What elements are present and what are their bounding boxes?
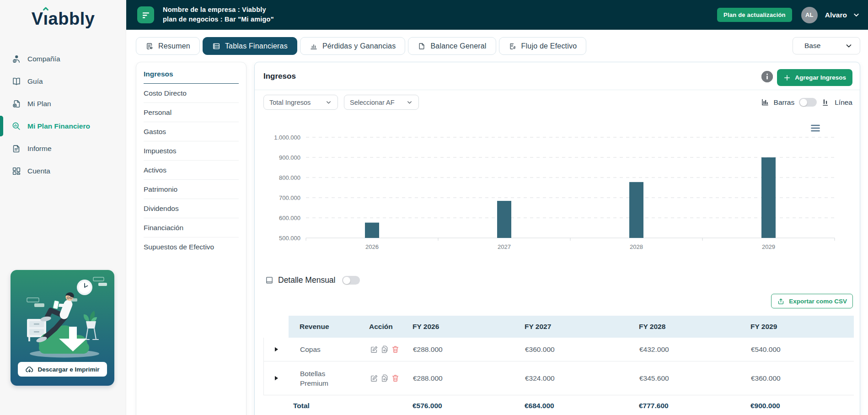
tab-flujo-de-efectivo[interactable]: Flujo de Efectivo xyxy=(499,37,587,55)
metric-select-value: Total Ingresos xyxy=(269,99,311,106)
tab-label: Flujo de Efectivo xyxy=(521,42,577,50)
info-icon[interactable] xyxy=(761,71,773,82)
subnav-item-impuestos[interactable]: Impuestos xyxy=(144,141,239,161)
promo-illustration xyxy=(11,270,114,364)
ingresos-panel: Ingresos Agregar Ingresos Total Ingresos… xyxy=(254,62,860,415)
sidebar-item-label: Informe xyxy=(27,145,52,153)
expand-row-button[interactable] xyxy=(273,345,280,354)
file-icon xyxy=(418,42,426,50)
user-avatar[interactable]: AL xyxy=(801,7,818,23)
sidebar-item-label: Compañía xyxy=(27,55,60,63)
subnav-item-costo-directo[interactable]: Costo Directo xyxy=(144,84,239,103)
column-header: FY 2027 xyxy=(525,316,639,338)
plan-title: Nombre de la empresa : Viabbly plan de n… xyxy=(163,5,274,24)
tab-tablas-financieras[interactable]: Tablas Financieras xyxy=(203,37,297,55)
revenue-value: €432.000 xyxy=(639,345,751,354)
edit-icon[interactable] xyxy=(370,374,379,383)
scenario-select-value: Base xyxy=(804,42,820,50)
column-header: FY 2029 xyxy=(750,316,854,338)
delete-icon[interactable] xyxy=(391,345,400,354)
y-axis-label: 800.000 xyxy=(279,174,300,181)
add-ingresos-button[interactable]: Agregar Ingresos xyxy=(777,69,852,86)
chart-context-menu-icon[interactable] xyxy=(811,124,820,132)
revenue-value: €360.000 xyxy=(751,374,854,383)
revenue-name: Botellas Premium xyxy=(289,369,339,388)
sidebar-item-cuenta[interactable]: Cuenta xyxy=(0,160,126,182)
bar-2029[interactable] xyxy=(761,157,776,238)
column-header: FY 2026 xyxy=(413,316,525,338)
monthly-detail-toggle[interactable] xyxy=(342,276,360,285)
user-menu-chevron-icon[interactable] xyxy=(852,11,860,19)
sidebar-item-compania[interactable]: Compañía xyxy=(0,48,126,70)
total-value: €576.000 xyxy=(413,402,525,410)
sidebar-item-guia[interactable]: Guía xyxy=(0,70,126,92)
sidebar-item-mi-plan[interactable]: Mi Plan xyxy=(0,92,126,115)
logo-letter-i: ı xyxy=(43,9,48,28)
plus-icon xyxy=(783,74,791,81)
fiscal-year-select[interactable]: Seleccionar AF xyxy=(344,95,419,110)
x-axis-label: 2027 xyxy=(498,243,511,250)
edit-icon[interactable] xyxy=(370,345,379,354)
export-csv-button[interactable]: Exportar como CSV xyxy=(771,294,853,308)
upgrade-plan-button[interactable]: Plan de actualización xyxy=(717,8,792,22)
bar-2026[interactable] xyxy=(365,223,379,238)
monthly-detail-icon xyxy=(265,276,274,285)
subnav-item-gastos[interactable]: Gastos xyxy=(144,122,239,141)
tab-balance-general[interactable]: Balance General xyxy=(408,37,496,55)
y-axis-label: 900.000 xyxy=(279,154,300,161)
topbar-right: Plan de actualización AL Alvaro xyxy=(717,0,860,30)
bar-2027[interactable] xyxy=(497,201,511,238)
topbar: Nombre de la empresa : Viabbly plan de n… xyxy=(126,0,868,30)
subnav-item-personal[interactable]: Personal xyxy=(144,103,239,122)
duplicate-icon[interactable] xyxy=(380,345,389,354)
revenue-value: €345.600 xyxy=(639,374,751,383)
subnav-item-dividendos[interactable]: Dividendos xyxy=(144,199,239,218)
subnav-item-supuestos-de-efectivo[interactable]: Supuestos de Efectivo xyxy=(144,237,239,257)
download-print-button[interactable]: Descargar e Imprimir xyxy=(18,362,107,377)
x-axis-label: 2026 xyxy=(365,243,379,250)
sidebar-item-label: Guía xyxy=(27,77,43,86)
scenario-select[interactable]: Base xyxy=(793,37,860,54)
bar-2028[interactable] xyxy=(629,182,643,238)
sidebar-item-label: Mi Plan Financiero xyxy=(27,122,90,130)
dashboard-grid-icon xyxy=(11,166,21,176)
tab-perdidas-y-ganancias[interactable]: Pérdidas y Ganancias xyxy=(300,37,406,55)
bars-mode-icon xyxy=(761,98,769,107)
revenue-value: €324.000 xyxy=(525,374,639,383)
add-ingresos-label: Agregar Ingresos xyxy=(795,74,846,81)
report-icon xyxy=(11,144,21,154)
revenue-value: €288.000 xyxy=(413,345,525,354)
expand-row-button[interactable] xyxy=(273,374,280,383)
sidebar: Vıabbly Compañía Guía xyxy=(0,0,126,415)
bar-chart-icon xyxy=(310,42,318,50)
subnav-item-activos[interactable]: Activos xyxy=(144,161,239,180)
tabbar: Resumen Tablas Financieras Pérdidas y Ga… xyxy=(126,30,868,62)
y-axis-label: 700.000 xyxy=(279,194,300,201)
y-axis-label: 500.000 xyxy=(279,235,300,242)
sidebar-item-informe[interactable]: Informe xyxy=(0,137,126,160)
delete-icon[interactable] xyxy=(391,374,400,383)
table-header-row: Revenue Acción FY 2026 FY 2027 FY 2028 F… xyxy=(263,316,854,338)
file-flow-icon xyxy=(509,42,517,50)
duplicate-icon[interactable] xyxy=(380,374,389,383)
column-header: Revenue xyxy=(289,316,369,338)
company-tile-icon xyxy=(137,6,154,23)
chart-mode-toggle[interactable] xyxy=(799,98,817,107)
metric-select[interactable]: Total Ingresos xyxy=(263,95,338,110)
subnav-item-patrimonio[interactable]: Patrimonio xyxy=(144,180,239,199)
sidebar-item-mi-plan-financiero[interactable]: Mi Plan Financiero xyxy=(0,115,126,137)
summary-doc-icon xyxy=(145,42,154,50)
total-value: €684.000 xyxy=(525,402,639,410)
monthly-detail-row: Detalle Mensual xyxy=(265,275,360,285)
chart-mode-switch: Barras Línea xyxy=(761,95,852,110)
logo-caret-icon xyxy=(43,6,49,11)
panel-header: Ingresos Agregar Ingresos xyxy=(255,62,860,90)
chevron-down-icon xyxy=(845,42,853,50)
tab-resumen[interactable]: Resumen xyxy=(136,37,200,55)
fiscal-year-select-value: Seleccionar AF xyxy=(350,99,395,106)
revenue-table: Revenue Acción FY 2026 FY 2027 FY 2028 F… xyxy=(263,316,854,415)
chevron-down-icon xyxy=(406,99,413,106)
total-value: €900.000 xyxy=(750,402,854,410)
subnav-item-financiacion[interactable]: Financiación xyxy=(144,218,239,237)
subnav-item-ingresos[interactable]: Ingresos xyxy=(144,65,239,84)
